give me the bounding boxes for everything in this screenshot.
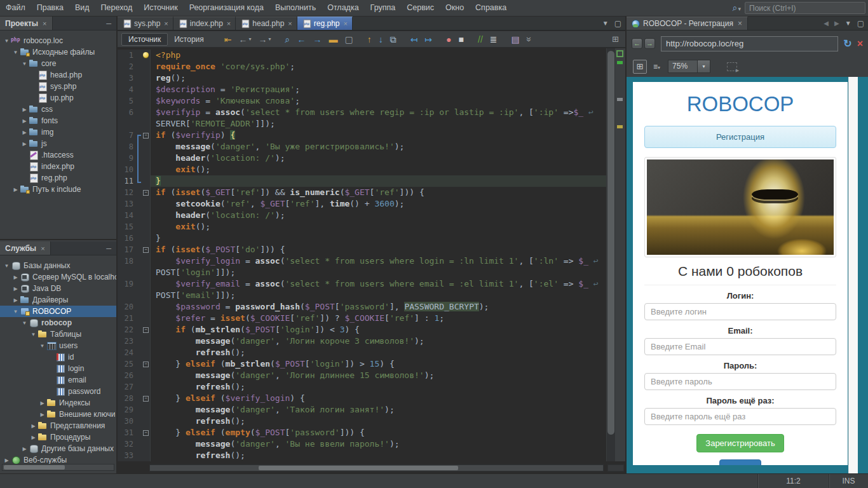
close-icon[interactable]: × xyxy=(227,20,231,27)
tree-item[interactable]: login xyxy=(0,363,116,374)
next-occurrence-icon[interactable]: → xyxy=(313,35,322,44)
search-dropdown-icon[interactable]: ▾ xyxy=(738,6,741,12)
shift-left-icon[interactable]: ↤ xyxy=(410,35,418,44)
expander-icon[interactable]: ▶ xyxy=(20,130,29,135)
code-line[interactable]: 9 header('location: /'); xyxy=(118,152,606,164)
overflow-chevrons-icon[interactable]: » xyxy=(527,35,532,44)
code-line[interactable]: 23 message('danger', 'Логин короче 3 сим… xyxy=(118,336,606,347)
tree-item[interactable]: .htaccess xyxy=(0,149,116,161)
stripe-mark[interactable] xyxy=(617,125,623,128)
tree-item[interactable]: ▶Внешние ключи xyxy=(0,409,116,420)
fold-icon[interactable]: − xyxy=(143,190,149,196)
tree-item[interactable]: reg.php xyxy=(0,172,116,184)
fold-icon[interactable]: − xyxy=(143,327,149,333)
stop-icon[interactable]: × xyxy=(857,38,863,50)
fold-icon[interactable]: − xyxy=(143,247,149,253)
menu-item[interactable]: Вид xyxy=(69,0,95,16)
code-line[interactable]: 30 refresh(); xyxy=(118,416,606,427)
code-line[interactable]: 33 refresh(); xyxy=(118,450,606,461)
tree-item[interactable]: ▼Исходные файлы xyxy=(0,46,116,58)
rect-selection-icon[interactable]: ▢ xyxy=(344,35,353,44)
move-up-icon[interactable]: ↑ xyxy=(367,35,372,44)
submit-button[interactable]: Зарегистрировать xyxy=(696,434,783,452)
search-icon[interactable]: ⌕ xyxy=(733,3,738,13)
warning-lightbulb-icon[interactable] xyxy=(143,52,149,58)
tab-services[interactable]: Службы × xyxy=(0,241,51,255)
code-line[interactable]: 16} xyxy=(118,233,606,244)
tree-item[interactable]: head.php xyxy=(0,69,116,81)
editor-tab[interactable]: reg.php× xyxy=(297,17,353,30)
tree-item[interactable]: ▶js xyxy=(0,138,116,149)
code-line[interactable]: 22− if (mb_strlen($_POST['login']) < 3) … xyxy=(118,324,606,336)
code-line[interactable]: SERVER['REMOTE_ADDR']]); xyxy=(118,118,606,130)
code-line[interactable]: 31− } elseif (empty($_POST['password']))… xyxy=(118,427,606,438)
expander-icon[interactable]: ▶ xyxy=(29,435,37,440)
expander-icon[interactable]: ▼ xyxy=(11,309,20,315)
code-line[interactable]: 27 refresh(); xyxy=(118,381,606,393)
login-input[interactable] xyxy=(644,303,836,320)
code-line[interactable]: 5$keywords = 'Ключевык слова'; xyxy=(118,95,606,107)
code-line[interactable]: 26 message('danger', 'Логин длиннее 15 с… xyxy=(118,370,606,381)
expander-icon[interactable]: ▼ xyxy=(3,263,11,269)
close-icon[interactable]: × xyxy=(164,20,168,27)
services-horizontal-scrollbar[interactable] xyxy=(2,464,114,471)
inspect-mode-icon[interactable] xyxy=(727,62,737,71)
close-icon[interactable]: × xyxy=(43,20,46,27)
menu-item[interactable]: Переход xyxy=(95,0,139,16)
editor-tab[interactable]: index.php× xyxy=(173,17,236,30)
close-icon[interactable]: × xyxy=(343,20,347,27)
code-line[interactable]: 14 header('location: /'); xyxy=(118,210,606,221)
code-line[interactable]: 20 $password = password_hash($_POST['pas… xyxy=(118,301,606,313)
tree-item[interactable]: ▼robocop.loc xyxy=(0,35,116,46)
minimize-icon[interactable]: ─ xyxy=(101,17,116,30)
tree-item[interactable]: ▼Базы данных xyxy=(0,260,116,271)
expander-icon[interactable]: ▼ xyxy=(38,343,46,349)
expander-icon[interactable]: ▼ xyxy=(3,38,11,44)
tree-item[interactable]: ▶fonts xyxy=(0,115,116,126)
format-lines-icon[interactable]: ≣ xyxy=(490,35,498,44)
menu-item[interactable]: Источник xyxy=(138,0,183,16)
code-line[interactable]: 6$verifyip = assoc('select * from users … xyxy=(118,107,606,118)
stripe-mark[interactable] xyxy=(617,98,623,101)
menu-item[interactable]: Справка xyxy=(470,0,512,16)
duplicate-line-icon[interactable]: ⧉ xyxy=(390,35,397,44)
tab-list-icon[interactable]: ▼ xyxy=(602,20,609,27)
tree-item[interactable]: ▼Таблицы xyxy=(0,329,116,340)
menu-item[interactable]: Сервис xyxy=(401,0,440,16)
expander-icon[interactable]: ▼ xyxy=(29,332,37,337)
back-button[interactable]: Назад xyxy=(719,459,761,465)
tree-item[interactable]: up.php xyxy=(0,92,116,104)
menu-item[interactable]: Группа xyxy=(365,0,402,16)
expander-icon[interactable]: ▶ xyxy=(11,187,20,193)
code-line[interactable]: 21 $refer = isset($_COOKIE['ref']) ? $_C… xyxy=(118,313,606,324)
code-line[interactable]: 2require_once 'core/sys.php'; xyxy=(118,61,606,72)
menu-item[interactable]: Реорганизация кода xyxy=(184,0,269,16)
tree-item[interactable]: ▼users xyxy=(0,340,116,351)
fold-icon[interactable]: − xyxy=(143,362,149,367)
menu-item[interactable]: Отладка xyxy=(322,0,364,16)
close-icon[interactable]: × xyxy=(738,19,742,28)
fold-icon[interactable]: − xyxy=(143,396,149,402)
expander-icon[interactable]: ▶ xyxy=(11,297,20,303)
tree-item[interactable]: ▶Сервер MySQL в localhost xyxy=(0,271,116,283)
back-icon[interactable]: ←▾ xyxy=(239,35,252,44)
url-input[interactable] xyxy=(661,36,838,51)
expander-icon[interactable]: ▶ xyxy=(20,118,29,124)
close-icon[interactable]: × xyxy=(41,245,44,252)
prev-occurrence-icon[interactable]: ← xyxy=(297,35,306,44)
code-line[interactable]: 18 $verify_login = assoc('select * from … xyxy=(118,255,606,267)
tab-browser-preview[interactable]: ROBOCOP - Регистрация × xyxy=(627,17,748,30)
menu-item[interactable]: Выполнить xyxy=(269,0,322,16)
tree-item[interactable]: ▶Другие базы данных xyxy=(0,443,116,454)
code-line[interactable]: 10 exit(); xyxy=(118,164,606,175)
zoom-select[interactable]: 75% ▾ xyxy=(668,60,710,73)
tree-item[interactable]: ▼ROBOCOP xyxy=(0,306,116,317)
browser-forward-button[interactable]: → xyxy=(644,38,655,49)
database-icon[interactable]: ▤ xyxy=(512,35,520,44)
code-line[interactable]: 32 message('danger', 'Вы не ввели пароль… xyxy=(118,438,606,450)
email-input[interactable] xyxy=(644,338,836,355)
refresh-icon[interactable]: ↻ xyxy=(843,37,851,50)
tab-list-icon[interactable]: ▼ xyxy=(845,20,851,27)
menu-item[interactable]: Окно xyxy=(440,0,470,16)
move-down-icon[interactable]: ↓ xyxy=(379,35,383,44)
